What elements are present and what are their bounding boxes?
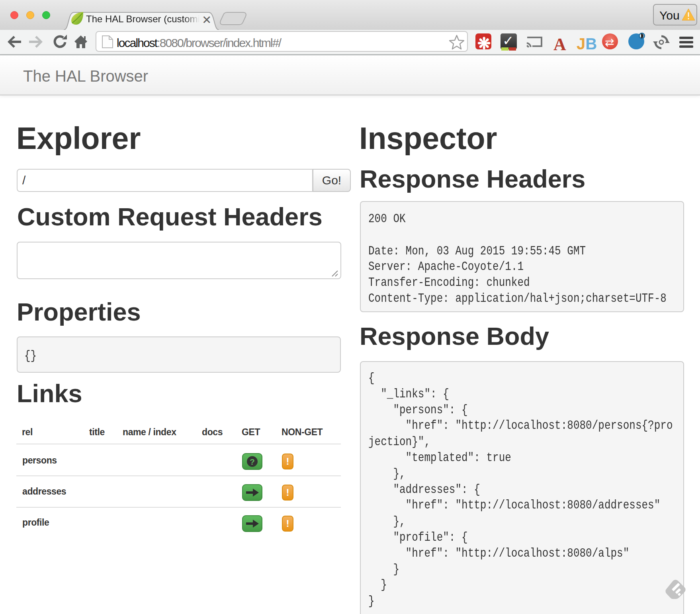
svg-text:?: ?	[250, 457, 255, 466]
